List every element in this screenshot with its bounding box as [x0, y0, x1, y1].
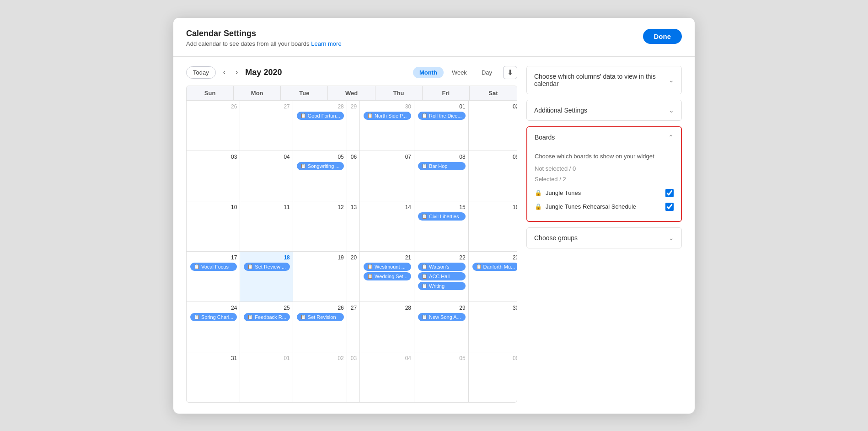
done-button[interactable]: Done: [643, 29, 682, 44]
cal-cell-w0d3[interactable]: 29: [347, 100, 360, 151]
board-checkbox-jungle-tunes[interactable]: [665, 189, 674, 197]
cal-cell-w4d1[interactable]: 25📋Feedback R...: [240, 302, 293, 352]
event-pill[interactable]: 📋Westmount ...: [364, 263, 411, 271]
tab-day[interactable]: Day: [475, 67, 498, 78]
cal-cell-w5d2[interactable]: 02: [293, 352, 347, 402]
event-icon: 📋: [422, 163, 427, 168]
cal-cell-w0d0[interactable]: 26: [187, 100, 240, 151]
cal-cell-w0d6[interactable]: 02: [469, 100, 517, 151]
event-pill[interactable]: 📋Songwriting ...: [297, 162, 344, 170]
cal-cell-w5d4[interactable]: 04: [360, 352, 414, 402]
learn-more-link[interactable]: Learn more: [311, 40, 341, 47]
event-pill[interactable]: 📋North Side P...: [364, 112, 411, 120]
event-pill[interactable]: 📋Watson's: [418, 263, 466, 271]
cal-cell-w2d5[interactable]: 15📋Civil Liberties: [414, 201, 469, 251]
cal-cell-w5d1[interactable]: 01: [240, 352, 293, 402]
event-pill[interactable]: 📋Feedback R...: [244, 313, 289, 321]
tab-week[interactable]: Week: [445, 67, 473, 78]
not-selected-label: Not selected / 0: [535, 165, 674, 172]
event-pill[interactable]: 📋Danforth Mu...: [472, 263, 517, 271]
boards-row[interactable]: Boards ⌃: [527, 127, 681, 147]
event-label: Set Review ...: [255, 264, 286, 269]
cal-cell-w5d3[interactable]: 03: [347, 352, 360, 402]
weekday-fri: Fri: [423, 86, 470, 100]
cal-cell-w1d0[interactable]: 03: [187, 151, 240, 201]
cal-date: 06: [472, 355, 517, 361]
cal-cell-w1d1[interactable]: 04: [240, 151, 293, 201]
selected-label: Selected / 2: [535, 176, 674, 183]
sidebar: Choose which columns' data to view in th…: [526, 66, 682, 403]
cal-date: 02: [297, 355, 344, 361]
choose-columns-row[interactable]: Choose which columns' data to view in th…: [527, 66, 681, 94]
board-item-jungle-tunes-rehearsal: 🔒 Jungle Tunes Rehearsal Schedule: [535, 200, 674, 214]
event-pill[interactable]: 📋Civil Liberties: [418, 212, 466, 221]
event-icon: 📋: [422, 264, 427, 269]
board-checkbox-rehearsal[interactable]: [665, 203, 674, 211]
today-button[interactable]: Today: [186, 66, 216, 79]
cal-cell-w4d4[interactable]: 28: [360, 302, 414, 352]
cal-cell-w2d4[interactable]: 14: [360, 201, 414, 251]
cal-date: 01: [418, 103, 466, 110]
event-pill[interactable]: 📋Bar Hop: [418, 162, 466, 170]
event-icon: 📋: [422, 274, 427, 279]
event-pill[interactable]: 📋ACC Hall: [418, 272, 466, 280]
cal-cell-w2d6[interactable]: 16: [469, 201, 517, 251]
cal-cell-w2d1[interactable]: 11: [240, 201, 293, 251]
tab-month[interactable]: Month: [413, 67, 444, 78]
cal-date: 06: [351, 154, 357, 160]
cal-cell-w0d2[interactable]: 28📋Good Fortun...: [293, 100, 347, 151]
cal-cell-w0d1[interactable]: 27: [240, 100, 293, 151]
cal-cell-w3d1[interactable]: 18📋Set Review ...: [240, 251, 293, 302]
cal-date: 02: [472, 103, 517, 110]
cal-cell-w3d4[interactable]: 21📋Westmount ...📋Wedding Set...: [360, 251, 414, 302]
cal-cell-w2d3[interactable]: 13: [347, 201, 360, 251]
cal-date: 29: [351, 103, 357, 110]
cal-cell-w2d0[interactable]: 10: [187, 201, 240, 251]
cal-cell-w3d3[interactable]: 20: [347, 251, 360, 302]
choose-columns-section: Choose which columns' data to view in th…: [526, 66, 682, 94]
cal-cell-w3d6[interactable]: 23📋Danforth Mu...: [469, 251, 517, 302]
event-pill[interactable]: 📋Good Fortun...: [297, 112, 344, 120]
lock-icon-jungle-tunes: 🔒: [535, 189, 542, 196]
event-pill[interactable]: 📋Set Revision: [297, 313, 344, 321]
additional-settings-row[interactable]: Additional Settings ⌄: [527, 100, 681, 120]
cal-cell-w4d2[interactable]: 26📋Set Revision: [293, 302, 347, 352]
cal-cell-w4d3[interactable]: 27: [347, 302, 360, 352]
cal-cell-w4d6[interactable]: 30: [469, 302, 517, 352]
cal-cell-w5d6[interactable]: 06: [469, 352, 517, 402]
cal-cell-w3d0[interactable]: 17📋Vocal Focus: [187, 251, 240, 302]
cal-cell-w2d2[interactable]: 12: [293, 201, 347, 251]
cal-cell-w1d6[interactable]: 09: [469, 151, 517, 201]
cal-cell-w0d5[interactable]: 01📋Roll the Dice...: [414, 100, 469, 151]
event-pill[interactable]: 📋Vocal Focus: [190, 263, 237, 271]
event-pill[interactable]: 📋Wedding Set...: [364, 272, 411, 280]
cal-cell-w1d2[interactable]: 05📋Songwriting ...: [293, 151, 347, 201]
cal-cell-w4d5[interactable]: 29📋New Song A...: [414, 302, 469, 352]
event-label: Songwriting ...: [308, 163, 340, 169]
cal-date: 27: [351, 305, 357, 311]
event-pill[interactable]: 📋Writing: [418, 282, 466, 290]
cal-cell-w4d0[interactable]: 24📋Spring Chari...: [187, 302, 240, 352]
event-pill[interactable]: 📋Spring Chari...: [190, 313, 237, 321]
next-month-button[interactable]: ›: [233, 66, 241, 78]
cal-cell-w1d4[interactable]: 07: [360, 151, 414, 201]
event-pill[interactable]: 📋Set Review ...: [244, 263, 289, 271]
cal-cell-w3d5[interactable]: 22📋Watson's📋ACC Hall📋Writing: [414, 251, 469, 302]
export-button[interactable]: ⬇: [503, 66, 517, 79]
cal-cell-w1d5[interactable]: 08📋Bar Hop: [414, 151, 469, 201]
cal-cell-w1d3[interactable]: 06: [347, 151, 360, 201]
choose-groups-label: Choose groups: [534, 234, 578, 242]
cal-cell-w5d5[interactable]: 05: [414, 352, 469, 402]
cal-cell-w0d4[interactable]: 30📋North Side P...: [360, 100, 414, 151]
event-icon: 📋: [476, 264, 482, 269]
cal-date: 25: [244, 305, 289, 311]
cal-cell-w3d2[interactable]: 19: [293, 251, 347, 302]
event-icon: 📋: [367, 113, 373, 118]
choose-groups-row[interactable]: Choose groups ⌄: [527, 228, 681, 248]
prev-month-button[interactable]: ‹: [220, 66, 228, 78]
modal-title: Calendar Settings: [186, 29, 342, 38]
event-label: Set Revision: [308, 314, 336, 320]
cal-cell-w5d0[interactable]: 31: [187, 352, 240, 402]
event-pill[interactable]: 📋Roll the Dice...: [418, 112, 466, 120]
event-pill[interactable]: 📋New Song A...: [418, 313, 466, 321]
